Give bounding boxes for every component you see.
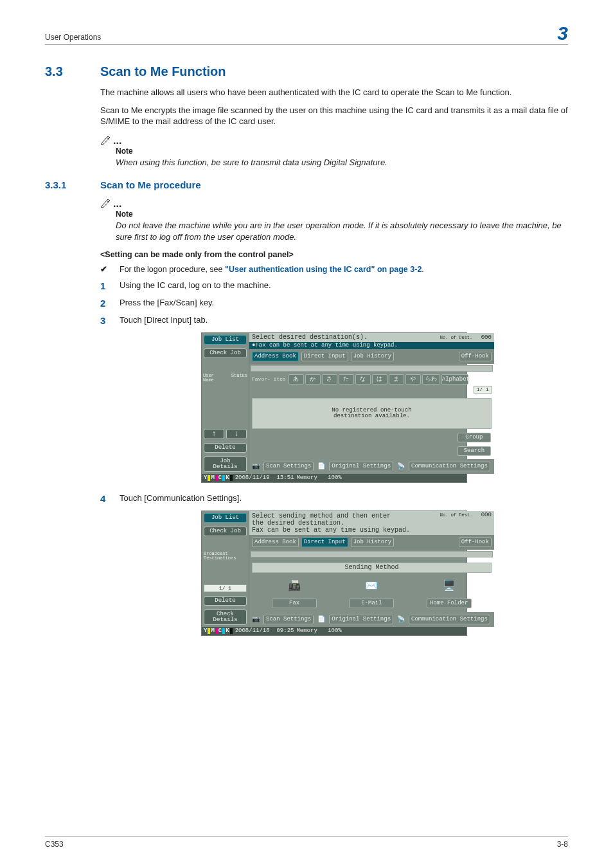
step-row: 1Using the IC card, log on to the machin…	[100, 280, 568, 291]
search-button[interactable]: Search	[458, 446, 491, 456]
check-job-button[interactable]: Check Job	[204, 348, 247, 358]
section-heading: 3.3Scan to Me Function	[45, 64, 568, 79]
comm-settings-icon: 📡	[397, 464, 405, 470]
delete-button[interactable]: Delete	[204, 443, 247, 453]
kana-button[interactable]: た	[339, 374, 354, 384]
status-label: Status	[226, 374, 248, 383]
kana-button[interactable]: や	[405, 374, 421, 384]
divider	[251, 551, 493, 557]
footer-page-number: 3-8	[557, 840, 568, 849]
page-footer: C353 3-8	[45, 836, 568, 849]
subsection-title: Scan to Me procedure	[100, 179, 201, 190]
status-memory: Memory 100%	[296, 628, 341, 634]
step-row: 3Touch [Direct Input] tab.	[100, 315, 568, 326]
arrow-up-icon[interactable]: ↑	[204, 429, 224, 439]
dest-count: No. of Dest. 000	[440, 512, 492, 518]
pen-icon: ...	[100, 198, 568, 208]
kana-button[interactable]: は	[372, 374, 387, 384]
step-text: Using the IC card, log on to the machine…	[120, 280, 271, 290]
section-number: 3.3	[45, 64, 100, 79]
tab-job-history[interactable]: Job History	[351, 352, 394, 361]
off-hook-button[interactable]: Off-Hook	[459, 352, 492, 361]
step-text: Touch [Communication Settings].	[120, 493, 242, 503]
user-name-label: User Name	[203, 374, 225, 383]
original-settings-icon: 📄	[317, 617, 325, 623]
dest-count: No. of Dest. 000	[440, 335, 492, 341]
paragraph: Scan to Me encrypts the image file scann…	[100, 105, 568, 127]
step-number: 3	[100, 315, 120, 326]
scan-settings-button[interactable]: Scan Settings	[263, 462, 314, 471]
scan-settings-icon: 📷	[252, 617, 260, 623]
alphabet-button[interactable]: Alphabet	[441, 374, 468, 384]
check-details-button[interactable]: Check Details	[204, 610, 247, 625]
panel-hint: <Setting can be made only from the contr…	[100, 250, 568, 259]
step-row: 4Touch [Communication Settings].	[100, 493, 568, 504]
step-number: 1	[100, 280, 120, 291]
reference-suffix: .	[422, 265, 423, 274]
comm-settings-icon: 📡	[397, 617, 405, 623]
original-settings-button[interactable]: Original Settings	[329, 615, 393, 624]
reference-line: ✔For the logon procedure, see "User auth…	[100, 264, 568, 274]
check-icon: ✔	[100, 264, 120, 274]
delete-button[interactable]: Delete	[204, 596, 247, 606]
toner-levels-icon: YMCK	[204, 475, 233, 481]
running-title: User Operations	[45, 33, 101, 44]
step-number: 4	[100, 493, 120, 504]
check-job-button[interactable]: Check Job	[204, 527, 247, 536]
home-folder-button[interactable]: Home Folder	[427, 599, 472, 608]
tab-direct-input[interactable]: Direct Input	[301, 352, 348, 361]
chapter-number: 3	[557, 23, 568, 44]
paragraph: The machine allows all users who have be…	[100, 87, 568, 98]
tab-direct-input[interactable]: Direct Input	[301, 538, 348, 547]
fax-button[interactable]: Fax	[272, 599, 317, 608]
note-text: Do not leave the machine while you are i…	[116, 220, 568, 242]
note-block: ... Note When using this function, be su…	[100, 135, 568, 168]
email-button[interactable]: E-Mail	[349, 599, 394, 608]
group-button[interactable]: Group	[458, 433, 491, 442]
kana-button[interactable]: あ	[289, 374, 304, 384]
tab-job-history[interactable]: Job History	[351, 538, 394, 547]
note-block: ... Note Do not leave the machine while …	[100, 198, 568, 242]
status-memory: Memory 100%	[296, 475, 341, 481]
email-icon: ✉️	[363, 578, 380, 595]
svg-text:...: ...	[113, 135, 121, 145]
scan-settings-button[interactable]: Scan Settings	[263, 615, 314, 624]
job-list-button[interactable]: Job List	[204, 335, 247, 345]
header-prompt: Select sending method and then enter the…	[252, 512, 410, 534]
job-details-button[interactable]: Job Details	[204, 457, 247, 472]
header-prompt: Select desired destination(s).	[252, 334, 368, 341]
send-option-home-folder[interactable]: 🖥️ Home Folder	[425, 578, 473, 610]
off-hook-button[interactable]: Off-Hook	[459, 538, 492, 547]
kana-button[interactable]: か	[305, 374, 321, 384]
communication-settings-button[interactable]: Communication Settings	[409, 462, 490, 471]
subsection-number: 3.3.1	[45, 179, 100, 190]
communication-settings-button[interactable]: Communication Settings	[409, 615, 490, 624]
control-panel-screenshot-1: Job List Check Job User Name Status ↑ ↓ …	[201, 332, 467, 483]
original-settings-icon: 📄	[317, 464, 325, 470]
arrow-down-icon[interactable]: ↓	[226, 429, 247, 439]
job-list-button[interactable]: Job List	[204, 513, 247, 523]
running-header: User Operations 3	[45, 23, 568, 45]
original-settings-button[interactable]: Original Settings	[329, 462, 393, 471]
tab-address-book[interactable]: Address Book	[252, 352, 299, 361]
fax-tip: ●Fax can be sent at any time using keypa…	[249, 342, 494, 349]
subsection-heading: 3.3.1Scan to Me procedure	[45, 179, 568, 190]
divider	[251, 365, 493, 372]
cross-reference-link[interactable]: "User authentication using the IC card" …	[225, 265, 422, 274]
kana-button[interactable]: な	[355, 374, 371, 384]
send-option-fax[interactable]: 📠 Fax	[271, 578, 318, 610]
step-row: 2Press the [Fax/Scan] key.	[100, 298, 568, 309]
toner-levels-icon: YMCK	[204, 628, 233, 634]
status-datetime: 2008/11/18 09:25	[235, 628, 294, 634]
send-option-email[interactable]: ✉️ E-Mail	[348, 578, 395, 610]
status-datetime: 2008/11/19 13:51	[235, 475, 294, 481]
kana-button[interactable]: らわ	[422, 374, 440, 384]
fax-icon: 📠	[286, 578, 303, 595]
tab-address-book[interactable]: Address Book	[252, 538, 299, 547]
kana-button[interactable]: ま	[389, 374, 404, 384]
favorites-button[interactable]: Favor- ites	[251, 377, 287, 382]
kana-button[interactable]: さ	[322, 374, 337, 384]
broadcast-destinations-label: Broadcast Destinations	[202, 551, 249, 561]
step-text: Press the [Fax/Scan] key.	[120, 298, 214, 307]
page-indicator: 1/ 1	[204, 584, 247, 592]
